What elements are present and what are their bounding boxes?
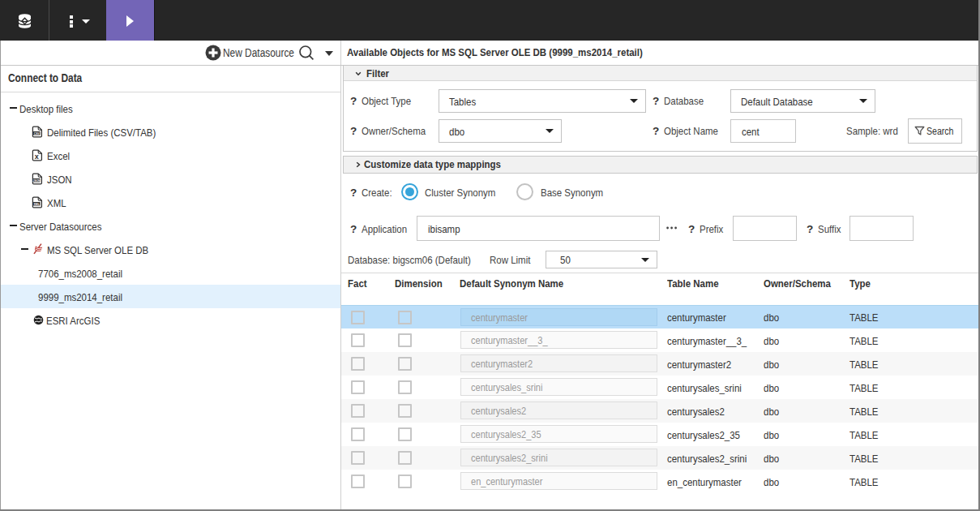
svg-text:JSON: JSON bbox=[33, 179, 41, 182]
svg-text:CSV: CSV bbox=[34, 132, 41, 135]
svg-text:x: x bbox=[35, 152, 39, 161]
svg-text:XML: XML bbox=[34, 203, 40, 206]
